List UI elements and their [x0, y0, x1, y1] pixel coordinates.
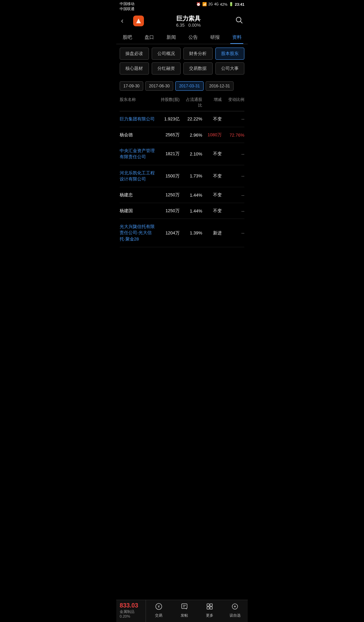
shareholder-pct-1: 2.96%	[180, 133, 202, 138]
table-row: 杨建国 1250万 1.44% 不变 --	[120, 203, 244, 219]
shareholder-chgpct-4: --	[222, 193, 244, 198]
shareholder-change-3: 不变	[202, 173, 222, 179]
tab-yanbao[interactable]: 研报	[204, 31, 226, 44]
sub-cat-fenhong[interactable]: 分红融资	[152, 62, 181, 75]
carrier-info: 中国移动 中国联通	[120, 1, 134, 12]
shareholder-name-1: 杨会德	[120, 132, 155, 138]
date-selector: 17-09-30 2017-06-30 2017-03-31 2016-12-3…	[116, 79, 248, 94]
sub-cat-dashi[interactable]: 公司大事	[215, 62, 245, 75]
shareholder-shares-4: 1250万	[155, 192, 180, 198]
th-change: 增减	[202, 97, 222, 108]
shareholder-change-6: 新进	[202, 230, 222, 236]
table-row: 杨会德 2565万 2.96% 1080万 72.76%	[120, 127, 244, 143]
shareholder-pct-4: 1.44%	[180, 193, 202, 198]
date-btn-1[interactable]: 2017-06-30	[145, 81, 173, 91]
shareholder-name-5: 杨建国	[120, 208, 155, 214]
th-pct: 占流通股 比	[180, 97, 202, 108]
shareholder-chgpct-1: 72.76%	[222, 133, 244, 138]
table-row: 光大兴陇信托有限责任公司-光大信托·聚金28 1204万 1.39% 新进 --	[120, 219, 244, 247]
tab-news[interactable]: 新闻	[160, 31, 182, 44]
stock-name: 巨力索具	[144, 15, 233, 23]
shareholder-shares-2: 1821万	[155, 151, 180, 157]
date-btn-2[interactable]: 2017-03-31	[175, 81, 203, 91]
status-right: ⏰ 📶 2G 4G 42% 🔋 23:41	[196, 2, 244, 6]
shareholder-pct-2: 2.10%	[180, 151, 202, 157]
sub-cat-guben[interactable]: 股本股东	[215, 48, 245, 60]
shareholder-pct-0: 22.22%	[180, 116, 202, 121]
signal-4g: 4G	[214, 2, 218, 6]
logo-svg	[135, 17, 142, 25]
sub-categories: 操盘必读 公司概况 财务分析 股本股东 核心题材 分红融资 交易数据 公司大事	[116, 44, 248, 79]
shareholder-change-5: 不变	[202, 208, 222, 214]
shareholder-shares-5: 1250万	[155, 208, 180, 214]
header: ‹ 巨力索具 6.35 0.00%	[116, 12, 248, 31]
shareholder-shares-0: 1.923亿	[155, 116, 180, 122]
table-row: 中央汇金资产管理有限责任公司 1821万 2.10% 不变 --	[120, 143, 244, 165]
shareholder-name-0[interactable]: 巨力集团有限公司	[120, 116, 155, 122]
tab-navigation: 股吧 盘口 新闻 公告 研报 资料	[116, 31, 248, 44]
sub-cats-row2: 核心题材 分红融资 交易数据 公司大事	[120, 62, 244, 75]
table-header: 股东名称 持股数(股) 占流通股 比 增减 变动比例	[120, 94, 244, 111]
svg-line-2	[241, 22, 243, 24]
shareholder-name-6[interactable]: 光大兴陇信托有限责任公司-光大信托·聚金28	[120, 224, 155, 242]
shareholder-pct-6: 1.39%	[180, 230, 202, 235]
shareholder-chgpct-6: --	[222, 230, 244, 235]
shareholder-chgpct-3: --	[222, 173, 244, 178]
table-row: 巨力集团有限公司 1.923亿 22.22% 不变 --	[120, 111, 244, 127]
app-logo	[133, 16, 144, 26]
sub-cats-row1: 操盘必读 公司概况 财务分析 股本股东	[120, 48, 244, 60]
stock-price-info: 6.35 0.00%	[144, 23, 233, 28]
shareholder-shares-3: 1500万	[155, 173, 180, 179]
shareholder-change-4: 不变	[202, 192, 222, 198]
shareholder-name-2[interactable]: 中央汇金资产管理有限责任公司	[120, 148, 155, 160]
battery-pct: 42%	[220, 2, 228, 6]
header-left: ‹	[121, 16, 144, 26]
status-bar: 中国移动 中国联通 ⏰ 📶 2G 4G 42% 🔋 23:41	[116, 0, 248, 12]
shareholder-shares-1: 2565万	[155, 132, 180, 138]
shareholder-change-0: 不变	[202, 116, 222, 122]
table-row: 杨建忠 1250万 1.44% 不变 --	[120, 187, 244, 203]
sub-cat-jiaoyi[interactable]: 交易数据	[183, 62, 213, 75]
alarm-icon: ⏰	[196, 2, 201, 6]
sub-cat-caopan[interactable]: 操盘必读	[120, 48, 149, 60]
shareholders-table: 股东名称 持股数(股) 占流通股 比 增减 变动比例 巨力集团有限公司 1.92…	[116, 94, 248, 247]
shareholder-change-1: 1080万	[202, 132, 222, 138]
signal-2g: 2G	[208, 2, 213, 6]
th-chgpct: 变动比例	[222, 97, 244, 108]
tab-pankou[interactable]: 盘口	[138, 31, 160, 44]
header-center: 巨力索具 6.35 0.00%	[144, 15, 233, 28]
svg-point-1	[236, 17, 241, 22]
shareholder-name-3[interactable]: 河北乐凯化工工程设计有限公司	[120, 170, 155, 182]
tab-ziliao[interactable]: 资料	[226, 31, 248, 44]
shareholder-name-4: 杨建忠	[120, 192, 155, 198]
th-name: 股东名称	[120, 97, 155, 108]
shareholder-chgpct-5: --	[222, 208, 244, 214]
shareholder-chgpct-2: --	[222, 151, 244, 157]
sub-cat-gongsi[interactable]: 公司概况	[152, 48, 181, 60]
shareholder-pct-3: 1.73%	[180, 173, 202, 178]
tab-gonggao[interactable]: 公告	[182, 31, 204, 44]
shareholder-chgpct-0: --	[222, 116, 244, 121]
tab-guba[interactable]: 股吧	[116, 31, 138, 44]
th-shares: 持股数(股)	[155, 97, 180, 108]
wifi-icon: 📶	[202, 2, 207, 6]
svg-marker-0	[136, 19, 141, 23]
date-btn-3[interactable]: 2016-12-31	[206, 81, 234, 91]
search-button[interactable]	[233, 16, 243, 26]
shareholder-change-2: 不变	[202, 151, 222, 157]
sub-cat-caiwu[interactable]: 财务分析	[183, 48, 213, 60]
battery-icon: 🔋	[229, 2, 234, 6]
table-row: 河北乐凯化工工程设计有限公司 1500万 1.73% 不变 --	[120, 165, 244, 187]
shareholder-shares-6: 1204万	[155, 230, 180, 236]
sub-cat-hexin[interactable]: 核心题材	[120, 62, 149, 75]
shareholder-pct-5: 1.44%	[180, 208, 202, 214]
time-display: 23:41	[235, 2, 244, 6]
stock-price: 6.35	[176, 23, 184, 28]
date-btn-0[interactable]: 17-09-30	[120, 81, 143, 91]
back-button[interactable]: ‹	[121, 17, 131, 25]
stock-change: 0.00%	[188, 23, 201, 28]
